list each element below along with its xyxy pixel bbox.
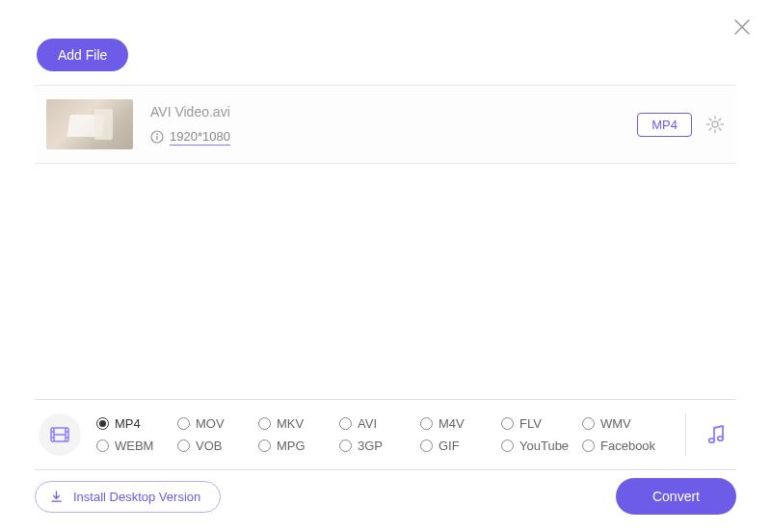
format-label: GIF	[439, 439, 460, 453]
format-option-mpg[interactable]: MPG	[258, 439, 339, 453]
radio-icon	[339, 439, 352, 452]
format-section: MP4MOVMKVAVIM4VFLVWMVWEBMVOBMPG3GPGIFYou…	[35, 399, 736, 470]
svg-point-1	[156, 133, 158, 135]
format-label: MP4	[115, 416, 141, 431]
format-label: MKV	[277, 416, 304, 431]
format-option-m4v[interactable]: M4V	[420, 416, 501, 431]
gear-icon[interactable]	[705, 115, 725, 134]
svg-point-6	[718, 437, 724, 440]
format-option-gif[interactable]: GIF	[420, 439, 501, 453]
radio-icon	[96, 439, 109, 452]
format-label: Facebook	[600, 439, 655, 453]
radio-icon	[258, 417, 271, 430]
close-icon[interactable]	[732, 17, 752, 37]
format-option-mp4[interactable]: MP4	[96, 416, 177, 431]
radio-icon	[501, 439, 514, 452]
file-row: AVI Video.avi 1920*1080 MP4	[35, 86, 736, 164]
format-option-avi[interactable]: AVI	[339, 416, 420, 431]
divider	[685, 413, 686, 456]
format-label: 3GP	[358, 439, 383, 453]
svg-rect-2	[156, 136, 157, 140]
file-resolution[interactable]: 1920*1080	[170, 129, 230, 146]
format-option-3gp[interactable]: 3GP	[339, 439, 420, 453]
format-label: FLV	[519, 416, 542, 431]
convert-button[interactable]: Convert	[616, 478, 736, 515]
format-label: WEBM	[115, 439, 153, 453]
format-grid: MP4MOVMKVAVIM4VFLVWMVWEBMVOBMPG3GPGIFYou…	[96, 416, 668, 453]
info-icon[interactable]	[150, 130, 164, 144]
radio-icon	[339, 417, 352, 430]
format-label: MPG	[277, 439, 306, 453]
radio-icon	[582, 439, 595, 452]
format-option-mov[interactable]: MOV	[177, 416, 258, 431]
audio-category-icon[interactable]	[704, 421, 731, 448]
file-list: AVI Video.avi 1920*1080 MP4	[35, 85, 736, 164]
radio-icon	[582, 417, 595, 430]
format-option-wmv[interactable]: WMV	[582, 416, 663, 431]
output-format-badge[interactable]: MP4	[637, 113, 692, 137]
add-file-button[interactable]: Add File	[37, 39, 128, 71]
video-thumbnail[interactable]	[46, 99, 133, 149]
radio-icon	[258, 439, 271, 452]
format-label: M4V	[439, 416, 465, 431]
format-option-facebook[interactable]: Facebook	[582, 439, 663, 453]
install-desktop-button[interactable]: Install Desktop Version	[35, 481, 221, 513]
format-label: AVI	[358, 416, 377, 431]
bottom-bar: Install Desktop Version Convert	[35, 478, 736, 515]
svg-point-3	[712, 121, 718, 127]
format-option-mkv[interactable]: MKV	[258, 416, 339, 431]
format-option-youtube[interactable]: YouTube	[501, 439, 582, 453]
radio-icon	[420, 439, 433, 452]
format-option-vob[interactable]: VOB	[177, 439, 258, 453]
format-option-flv[interactable]: FLV	[501, 416, 582, 431]
radio-icon	[177, 417, 190, 430]
video-category-icon[interactable]	[39, 413, 81, 456]
format-label: WMV	[600, 416, 631, 431]
svg-point-5	[709, 439, 715, 442]
format-label: MOV	[196, 416, 225, 431]
format-label: YouTube	[519, 439, 569, 453]
file-name: AVI Video.avi	[150, 104, 637, 120]
radio-icon	[501, 417, 514, 430]
file-info: AVI Video.avi 1920*1080	[150, 104, 637, 146]
radio-icon	[420, 417, 433, 430]
radio-icon	[96, 417, 109, 430]
radio-icon	[177, 439, 190, 452]
download-icon	[49, 490, 64, 504]
format-label: VOB	[196, 439, 222, 453]
format-option-webm[interactable]: WEBM	[96, 439, 177, 453]
install-desktop-label: Install Desktop Version	[73, 490, 200, 504]
